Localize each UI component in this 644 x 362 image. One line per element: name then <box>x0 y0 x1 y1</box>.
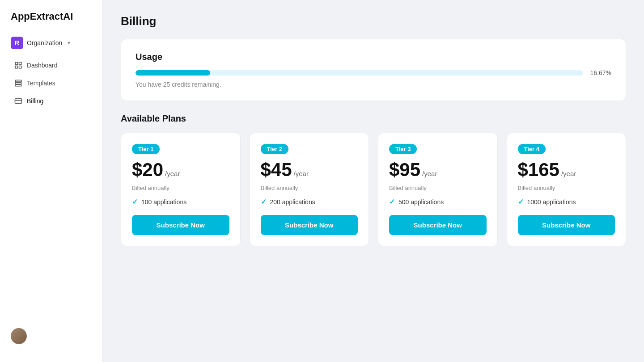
org-icon: R <box>11 37 23 49</box>
check-icon: ✓ <box>518 198 524 206</box>
tier4-price: $165 <box>518 160 559 179</box>
tier3-badge: Tier 3 <box>389 144 417 154</box>
svg-rect-4 <box>15 80 21 82</box>
sidebar-item-dashboard-label: Dashboard <box>27 62 58 69</box>
svg-rect-1 <box>19 62 21 64</box>
tier3-subscribe-button[interactable]: Subscribe Now <box>389 215 487 235</box>
svg-rect-7 <box>15 99 22 104</box>
plan-card-tier3: Tier 3 $95 /year Billed annually ✓ 500 a… <box>378 133 498 246</box>
tier2-feature-label: 200 applications <box>270 198 315 206</box>
tier3-feature: ✓ 500 applications <box>389 198 487 206</box>
sidebar-item-billing[interactable]: Billing <box>4 93 99 109</box>
page-title: Billing <box>121 14 626 28</box>
svg-rect-5 <box>15 83 21 84</box>
tier2-period: /year <box>294 170 309 177</box>
tier3-billing: Billed annually <box>389 185 487 191</box>
progress-row: 16.67% <box>136 69 611 76</box>
user-avatar[interactable] <box>11 328 27 344</box>
svg-rect-6 <box>15 85 21 86</box>
tier4-price-row: $165 /year <box>518 160 615 179</box>
tier1-badge: Tier 1 <box>132 144 160 154</box>
templates-icon <box>14 79 22 87</box>
tier2-billing: Billed annually <box>261 185 358 191</box>
plans-grid: Tier 1 $20 /year Billed annually ✓ 100 a… <box>121 133 626 246</box>
sidebar-item-templates-label: Templates <box>27 80 55 87</box>
app-logo: AppExtractAI <box>0 11 102 33</box>
check-icon: ✓ <box>389 198 395 206</box>
tier3-price: $95 <box>389 160 420 179</box>
tier4-feature-label: 1000 applications <box>527 198 576 206</box>
progress-bar-fill <box>136 70 210 76</box>
usage-subtitle: You have 25 credits remaining. <box>136 81 611 88</box>
tier2-price-row: $45 /year <box>261 160 358 179</box>
tier2-subscribe-button[interactable]: Subscribe Now <box>261 215 358 235</box>
tier1-feature: ✓ 100 applications <box>132 198 229 206</box>
tier3-feature-label: 500 applications <box>398 198 444 206</box>
org-selector[interactable]: R Organization ▾ <box>0 33 102 53</box>
plan-card-tier4: Tier 4 $165 /year Billed annually ✓ 1000… <box>507 133 627 246</box>
tier4-billing: Billed annually <box>518 185 615 191</box>
progress-bar-background <box>136 70 583 76</box>
tier4-subscribe-button[interactable]: Subscribe Now <box>518 215 615 235</box>
svg-rect-2 <box>19 66 21 68</box>
tier4-badge: Tier 4 <box>518 144 546 154</box>
progress-percent: 16.67% <box>590 69 611 76</box>
plan-card-tier2: Tier 2 $45 /year Billed annually ✓ 200 a… <box>250 133 369 246</box>
tier2-price: $45 <box>261 160 292 179</box>
sidebar-item-templates[interactable]: Templates <box>4 75 99 92</box>
dashboard-icon <box>14 61 22 69</box>
tier1-feature-label: 100 applications <box>141 198 186 206</box>
chevron-down-icon: ▾ <box>68 40 70 46</box>
tier1-price-row: $20 /year <box>132 160 229 179</box>
org-label: Organization <box>27 39 62 46</box>
billing-icon <box>14 97 22 105</box>
usage-title: Usage <box>136 52 611 62</box>
main-content: Billing Usage 16.67% You have 25 credits… <box>103 0 644 362</box>
tier3-period: /year <box>422 170 437 177</box>
sidebar: AppExtractAI R Organization ▾ Dashboard … <box>0 0 103 362</box>
tier3-price-row: $95 /year <box>389 160 487 179</box>
check-icon: ✓ <box>261 198 267 206</box>
avatar-image <box>11 328 27 344</box>
tier4-feature: ✓ 1000 applications <box>518 198 615 206</box>
tier4-period: /year <box>561 170 576 177</box>
sidebar-item-dashboard[interactable]: Dashboard <box>4 57 99 74</box>
tier2-badge: Tier 2 <box>261 144 288 154</box>
svg-rect-0 <box>15 62 17 64</box>
svg-rect-3 <box>15 66 17 68</box>
sidebar-item-billing-label: Billing <box>27 97 43 105</box>
plans-title: Available Plans <box>121 114 626 124</box>
check-icon: ✓ <box>132 198 138 206</box>
tier1-billing: Billed annually <box>132 185 229 191</box>
tier1-price: $20 <box>132 160 163 179</box>
tier1-subscribe-button[interactable]: Subscribe Now <box>132 215 229 235</box>
plan-card-tier1: Tier 1 $20 /year Billed annually ✓ 100 a… <box>121 133 241 246</box>
sidebar-bottom <box>0 321 102 351</box>
tier2-feature: ✓ 200 applications <box>261 198 358 206</box>
usage-card: Usage 16.67% You have 25 credits remaini… <box>121 39 626 101</box>
tier1-period: /year <box>165 170 180 177</box>
